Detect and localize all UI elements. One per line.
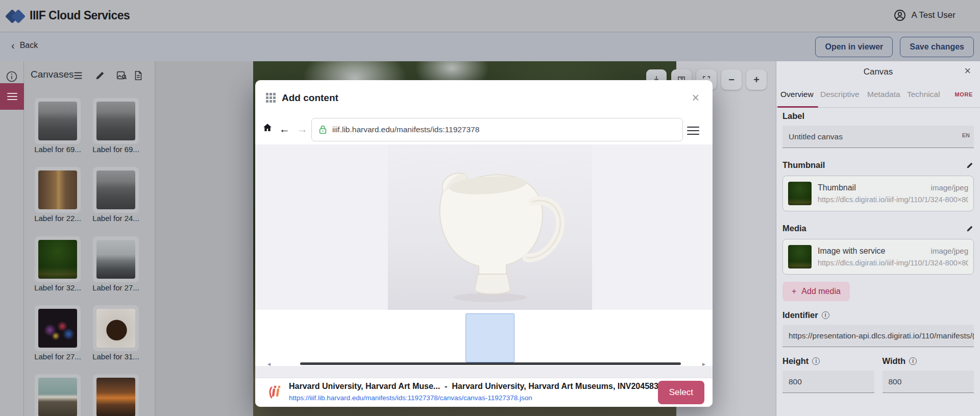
canvas-panel: Canvas × Overview Descriptive Metadata T…: [776, 61, 980, 416]
media-edit-icon[interactable]: [966, 225, 974, 233]
modal-close-icon[interactable]: ×: [692, 90, 699, 105]
media-card[interactable]: Image with service image/jpeg https://dl…: [782, 239, 974, 275]
media-format: image/jpeg: [931, 247, 968, 256]
iiif-logo-icon: [268, 384, 285, 402]
identifier-heading: Identifier i: [782, 310, 829, 320]
browser-forward-icon[interactable]: →: [297, 124, 308, 134]
label-section-heading: Label: [782, 111, 804, 121]
identifier-input[interactable]: https://presentation-api.dlcs.digirati.i…: [782, 325, 974, 347]
identifier-info-icon[interactable]: i: [822, 311, 829, 319]
width-heading: Width i: [883, 356, 974, 366]
grid-icon: [266, 93, 276, 103]
thumbnail-card[interactable]: Thumbnail image/jpeg https://dlcs.digira…: [782, 176, 974, 211]
media-url: https://dlcs.digirati.io/iiif-img/110/1/…: [818, 259, 968, 267]
modal-browser-toolbar: ← → iiif.lib.harvard.edu/manifests/ids:1…: [255, 111, 713, 144]
save-changes-button[interactable]: Save changes: [900, 37, 974, 57]
canvas-thumbnail-strip[interactable]: ◂ ▸: [255, 310, 713, 366]
result-title: Harvard University, Harvard Art Muse... …: [289, 382, 662, 391]
modal-title: Add content: [282, 92, 338, 104]
identifier-value: https://presentation-api.dlcs.digirati.i…: [789, 331, 974, 340]
height-input[interactable]: 800: [782, 371, 874, 393]
panel-title: Canvas: [776, 67, 980, 77]
strip-gap: [255, 366, 713, 378]
tab-technical[interactable]: Technical: [907, 90, 940, 99]
selected-canvas-thumbnail[interactable]: [465, 313, 514, 362]
width-input[interactable]: 800: [883, 371, 974, 393]
tabs-more-button[interactable]: MORE: [955, 91, 973, 97]
manifest-url-input[interactable]: iiif.lib.harvard.edu/manifests/ids:11927…: [311, 118, 683, 141]
open-in-viewer-button[interactable]: Open in viewer: [815, 37, 893, 57]
lock-icon: [319, 125, 327, 134]
thumbnail-preview-image: [788, 182, 812, 205]
tab-metadata[interactable]: Metadata: [867, 90, 900, 99]
tab-descriptive[interactable]: Descriptive: [820, 90, 860, 99]
thumbnail-section-heading: Thumbnail: [782, 160, 825, 170]
height-info-icon[interactable]: i: [812, 357, 820, 365]
label-value: Untitled canvas: [789, 132, 843, 141]
add-media-label: Add media: [801, 287, 841, 296]
browser-back-icon[interactable]: ←: [279, 124, 290, 134]
strip-scrollbar[interactable]: [300, 362, 681, 365]
user-avatar-icon: [894, 9, 906, 21]
app-root: IIIF Cloud Services A Test User ‹ Back O…: [0, 0, 980, 416]
width-value: 800: [889, 377, 902, 386]
user-menu[interactable]: A Test User: [894, 9, 955, 21]
toolbar-menu-icon[interactable]: [687, 124, 699, 137]
content-viewer[interactable]: + −: [255, 144, 713, 310]
modal-footer: Harvard University, Harvard Art Muse... …: [255, 378, 713, 407]
thumbnail-item-title: Thumbnail: [818, 183, 856, 192]
media-preview-image: [788, 245, 812, 268]
active-tab-underline: [777, 106, 818, 108]
thumbnail-format: image/jpeg: [931, 183, 968, 192]
thumbnail-url: https://dlcs.digirati.io/iiif-img/110/1/…: [818, 195, 968, 204]
user-name: A Test User: [911, 10, 955, 20]
select-button[interactable]: Select: [658, 381, 704, 404]
tab-overview[interactable]: Overview: [780, 90, 814, 99]
media-section-heading: Media: [782, 224, 806, 233]
height-value: 800: [789, 377, 802, 386]
add-media-button[interactable]: + Add media: [782, 282, 850, 301]
home-icon[interactable]: [262, 123, 273, 134]
width-info-icon[interactable]: i: [909, 357, 917, 365]
manifest-url-text: iiif.lib.harvard.edu/manifests/ids:11927…: [332, 125, 479, 134]
add-content-modal: Add content × ← → iiif.lib.harvard.edu/m…: [255, 80, 713, 407]
result-url-link[interactable]: https://iiif.lib.harvard.edu/manifests/i…: [289, 394, 532, 402]
media-item-title: Image with service: [818, 247, 886, 256]
panel-tabs: Overview Descriptive Metadata Technical …: [776, 82, 980, 108]
panel-close-icon[interactable]: ×: [964, 64, 971, 78]
pitcher-photo: [388, 144, 592, 310]
label-input[interactable]: Untitled canvas EN: [782, 126, 974, 148]
height-heading: Height i: [782, 356, 874, 366]
thumbnail-edit-icon[interactable]: [966, 161, 974, 169]
language-badge: EN: [962, 132, 970, 138]
plus-icon: +: [792, 287, 796, 296]
